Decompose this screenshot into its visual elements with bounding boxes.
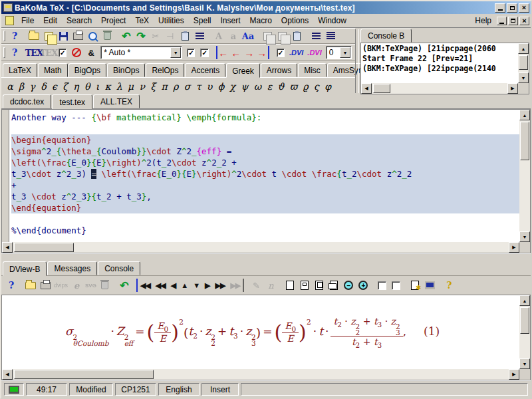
menu-edit[interactable]: Edit: [39, 15, 62, 27]
editor-line[interactable]: t_3\cdot z^2_3) = \left(\frac{E_0}{E}\ri…: [11, 168, 519, 180]
scroll-down-page-icon[interactable]: ▼: [190, 279, 202, 292]
about-icon[interactable]: ?: [442, 279, 456, 292]
palette-tab-arrows[interactable]: Arrows: [261, 63, 297, 77]
lowercase-icon[interactable]: a: [226, 29, 241, 43]
ampersand-format-icon[interactable]: &: [84, 46, 98, 59]
palette-tab-latex[interactable]: LaTeX: [3, 63, 37, 77]
editor-line[interactable]: Another way --- {\bf mathematical} \emph…: [11, 112, 519, 123]
scroll-down-icon[interactable]: ▼: [519, 231, 530, 242]
greek-symbol-10[interactable]: λ: [114, 80, 125, 92]
greek-symbol-6[interactable]: η: [70, 80, 82, 92]
outdent-icon[interactable]: [275, 29, 289, 43]
uppercase-icon[interactable]: A: [211, 29, 226, 43]
help-icon[interactable]: ?: [4, 279, 19, 292]
greek-symbol-20[interactable]: χ: [227, 80, 238, 92]
doc-tab-dcdoc-tex[interactable]: dcdoc.tex: [3, 94, 51, 108]
palette-tab-binops[interactable]: BinOps: [107, 63, 145, 77]
combo-dropdown-icon[interactable]: ▼: [340, 47, 350, 58]
display-settings-icon[interactable]: [422, 279, 437, 292]
scroll-up-icon[interactable]: ▲: [519, 110, 530, 120]
bottom-tab-dview-b[interactable]: DView-B: [3, 261, 47, 276]
toolbar-grip[interactable]: [3, 31, 5, 41]
restore-button[interactable]: [507, 3, 517, 13]
close-button[interactable]: ×: [519, 3, 529, 13]
greek-symbol-27[interactable]: ς: [311, 80, 322, 92]
preview-hscrollbar[interactable]: ◀ ▶: [2, 369, 519, 380]
page-layout-fit-icon[interactable]: [297, 279, 312, 292]
mdi-minimize-button[interactable]: [497, 17, 507, 25]
page-number-icon[interactable]: n: [263, 279, 278, 292]
dvi-page[interactable]: σ2θCoulomb·Z2eff=(E0E)2(t2·z22+t3·z23)=(…: [2, 295, 519, 369]
next-error-icon[interactable]: →: [243, 46, 256, 59]
bottom-tab-console[interactable]: Console: [98, 261, 140, 275]
editor-line[interactable]: [11, 123, 519, 134]
dvi-sync-checkbox[interactable]: ✓: [277, 49, 285, 57]
palette-tab-bigops[interactable]: BigOps: [68, 63, 106, 77]
menu-project[interactable]: Project: [96, 15, 130, 27]
greek-symbol-13[interactable]: ξ: [148, 80, 158, 92]
greek-symbol-14[interactable]: π: [158, 80, 170, 92]
greek-symbol-28[interactable]: φ: [322, 80, 334, 92]
scroll-down-icon[interactable]: ▼: [518, 72, 529, 83]
zoom-in-icon[interactable]: +: [356, 279, 370, 292]
open-all-icon[interactable]: [41, 29, 56, 43]
redo-icon[interactable]: ↷: [134, 29, 148, 43]
greek-symbol-25[interactable]: ϖ: [287, 80, 300, 92]
save-icon[interactable]: [56, 29, 70, 43]
paste-icon[interactable]: [178, 29, 192, 43]
editor-line[interactable]: %\end{document}: [11, 225, 519, 236]
greek-symbol-9[interactable]: κ: [102, 80, 114, 92]
greek-symbol-24[interactable]: ϑ: [275, 80, 287, 92]
greek-symbol-7[interactable]: θ: [82, 80, 93, 92]
palette-tab-relops[interactable]: RelOps: [146, 63, 184, 77]
scroll-right-icon[interactable]: ▶: [507, 83, 518, 94]
first-page-icon[interactable]: ◀◀: [136, 279, 153, 292]
fast-prev-page-icon[interactable]: ◀◀: [153, 279, 168, 292]
last-error-icon[interactable]: →: [256, 46, 269, 59]
find-icon[interactable]: [85, 29, 100, 43]
scroll-up-icon[interactable]: ▲: [518, 43, 529, 54]
last-page-icon[interactable]: ▶▶: [227, 279, 244, 292]
toolbar-grip[interactable]: [3, 47, 5, 58]
undo-icon[interactable]: ↶: [119, 29, 134, 43]
export-icon[interactable]: [289, 29, 304, 43]
palette-tab-greek[interactable]: Greek: [226, 63, 260, 78]
open-file-icon[interactable]: [27, 29, 41, 43]
menu-spell[interactable]: Spell: [189, 15, 216, 27]
doc-tab-test-tex[interactable]: test.tex: [52, 94, 92, 109]
greek-symbol-22[interactable]: ω: [251, 80, 265, 92]
editor-line[interactable]: [11, 213, 519, 225]
mdi-restore-button[interactable]: [508, 17, 518, 25]
greek-symbol-17[interactable]: τ: [193, 80, 203, 92]
auto-run-checkbox[interactable]: ✓: [59, 49, 66, 57]
scroll-up-page-icon[interactable]: ▲: [178, 279, 190, 292]
editor-line[interactable]: \end{equation}: [11, 202, 519, 213]
format-combo[interactable]: * Auto * ▼: [100, 46, 182, 59]
console-hscrollbar[interactable]: ◀ ▶: [361, 83, 518, 94]
greek-symbol-18[interactable]: υ: [204, 80, 215, 92]
editor-vscrollbar[interactable]: ▲ ▼: [519, 110, 530, 242]
editor-line[interactable]: \sigma^2_{\theta_{Coulomb}}\cdot Z^2_{ef…: [11, 146, 519, 157]
greek-symbol-26[interactable]: ϱ: [300, 80, 311, 92]
text-editor[interactable]: Another way --- {\bf mathematical} \emph…: [2, 110, 519, 242]
prev-error-icon[interactable]: ←: [229, 46, 243, 59]
dvi-forward-search-icon[interactable]: .DVI: [305, 46, 323, 59]
greek-symbol-4[interactable]: ϵ: [49, 80, 60, 92]
page-combo[interactable]: 0 ▼: [326, 46, 352, 59]
menu-macro[interactable]: Macro: [245, 15, 276, 27]
scroll-right-icon[interactable]: ▶: [509, 242, 519, 253]
greek-symbol-12[interactable]: ν: [136, 80, 148, 92]
option-checkbox-2[interactable]: ✓: [200, 49, 208, 57]
menu-utilities[interactable]: Utilities: [154, 15, 189, 27]
reload-icon[interactable]: ↶: [117, 279, 132, 292]
minimize-button[interactable]: [495, 3, 505, 13]
dvi-view-icon[interactable]: .DVI: [287, 46, 305, 59]
greek-symbol-3[interactable]: δ: [38, 80, 49, 92]
justify-full-icon[interactable]: [323, 29, 338, 43]
justify-left-icon[interactable]: [309, 29, 323, 43]
ie-export-icon[interactable]: e: [69, 279, 84, 292]
doc-tab-all-tex[interactable]: ALL.TEX: [93, 94, 140, 108]
editor-line[interactable]: t_3 \cdot z^2_3}{t_2 + t_3},: [11, 191, 519, 202]
menu-tex[interactable]: TeX: [130, 15, 154, 27]
editor-hscrollbar[interactable]: ◀ ▶: [2, 242, 519, 253]
